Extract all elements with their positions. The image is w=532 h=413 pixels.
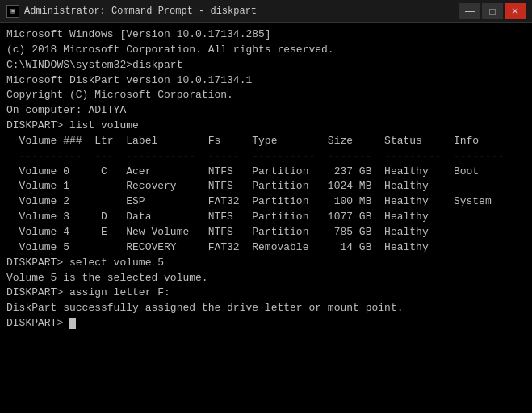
minimize-button[interactable]: — bbox=[459, 3, 480, 19]
terminal-line: C:\WINDOWS\system32>diskpart bbox=[6, 58, 526, 73]
terminal-line: On computer: ADITYA bbox=[6, 103, 526, 119]
terminal-line: Volume 2 ESP FAT32 Partition 100 MB Heal… bbox=[6, 194, 526, 210]
terminal-line: DISKPART> select volume 5 bbox=[6, 256, 526, 271]
window-controls[interactable]: — □ ✕ bbox=[459, 3, 526, 19]
terminal-line: ---------- --- ----------- ----- -------… bbox=[6, 149, 526, 165]
terminal-line: Volume 0 C Acer NTFS Partition 237 GB He… bbox=[6, 165, 526, 180]
terminal-line: Microsoft DiskPart version 10.0.17134.1 bbox=[6, 73, 526, 89]
terminal-line: DISKPART> assign letter F: bbox=[6, 286, 526, 301]
cmd-icon: ▣ bbox=[6, 5, 19, 18]
maximize-button[interactable]: □ bbox=[482, 3, 503, 19]
terminal-line: DISKPART> bbox=[6, 316, 526, 332]
terminal-line: Volume 1 Recovery NTFS Partition 1024 MB… bbox=[6, 179, 526, 194]
terminal-line: Volume ### Ltr Label Fs Type Size Status… bbox=[6, 134, 526, 149]
terminal-line: DiskPart successfully assigned the drive… bbox=[6, 301, 526, 316]
title-bar: ▣ Administrator: Command Prompt - diskpa… bbox=[0, 0, 532, 23]
terminal-line: Copyright (C) Microsoft Corporation. bbox=[6, 88, 526, 103]
terminal-line: Volume 4 E New Volume NTFS Partition 785… bbox=[6, 225, 526, 240]
window-frame: ▣ Administrator: Command Prompt - diskpa… bbox=[0, 0, 532, 413]
terminal-line: Volume 5 RECOVERY FAT32 Removable 14 GB … bbox=[6, 240, 526, 256]
terminal-line: Volume 5 is the selected volume. bbox=[6, 271, 526, 286]
terminal-line: DISKPART> list volume bbox=[6, 119, 526, 134]
terminal-line: Microsoft Windows [Version 10.0.17134.28… bbox=[6, 27, 526, 43]
terminal-line: Volume 3 D Data NTFS Partition 1077 GB H… bbox=[6, 210, 526, 225]
cursor bbox=[69, 318, 76, 329]
terminal-content: Microsoft Windows [Version 10.0.17134.28… bbox=[0, 23, 532, 413]
window-title: Administrator: Command Prompt - diskpart bbox=[24, 6, 257, 17]
close-button[interactable]: ✕ bbox=[505, 3, 526, 19]
terminal-line: (c) 2018 Microsoft Corporation. All righ… bbox=[6, 43, 526, 58]
title-bar-left: ▣ Administrator: Command Prompt - diskpa… bbox=[6, 5, 257, 18]
